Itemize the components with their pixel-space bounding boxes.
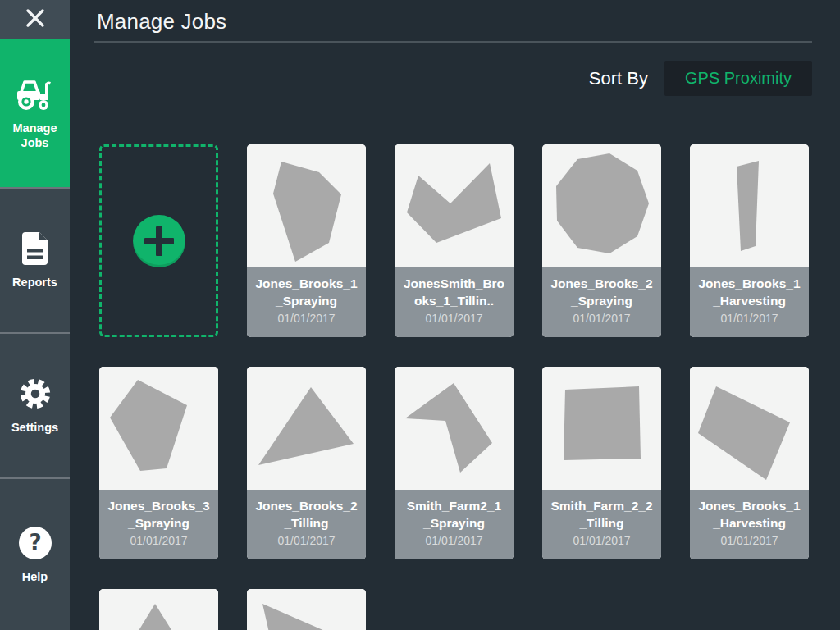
job-name: Jones_Brooks_3 _Spraying: [99, 497, 218, 532]
field-boundary-polygon: [556, 153, 649, 253]
sort-by-label: Sort By: [589, 68, 648, 89]
sidebar-item-label: Help: [19, 569, 51, 584]
job-card-footer: Jones_Brooks_2 _Tilling 01/01/2017: [247, 490, 366, 559]
job-date: 01/01/2017: [247, 312, 366, 325]
sidebar-item-label: Manage Jobs: [0, 121, 70, 150]
job-card[interactable]: Jones_Brooks_3 _Spraying 01/01/2017: [99, 367, 218, 559]
job-date: 01/01/2017: [247, 534, 366, 547]
sidebar-item-label: Settings: [8, 420, 62, 435]
field-boundary-polygon: [262, 604, 366, 630]
sidebar-item-label: Reports: [9, 275, 61, 290]
job-name: Jones_Brooks_1 _Spraying: [247, 275, 366, 309]
job-card[interactable]: Smith_Farm2_1 _Spraying 01/01/2017: [395, 367, 514, 559]
field-boundary-polygon: [110, 380, 187, 471]
job-card[interactable]: [99, 589, 218, 630]
job-name: Jones_Brooks_2 _Spraying: [542, 275, 661, 309]
field-boundary-thumbnail: [247, 367, 366, 490]
sidebar-item-settings[interactable]: Settings: [0, 332, 70, 477]
field-boundary-thumbnail: [690, 367, 809, 490]
field-boundary-thumbnail: [395, 144, 514, 267]
job-card-footer: Smith_Farm2_1 _Spraying 01/01/2017: [395, 490, 514, 559]
job-card-footer: Smith_Farm_2_2 _Tilling 01/01/2017: [542, 490, 661, 559]
title-divider: [94, 41, 812, 43]
job-name: Jones_Brooks_1 _Harvesting: [690, 275, 809, 309]
field-boundary-thumbnail: [247, 144, 366, 267]
field-boundary-thumbnail: [395, 367, 514, 490]
job-date: 01/01/2017: [690, 312, 809, 325]
job-card[interactable]: [247, 589, 366, 630]
jobs-grid: Jones_Brooks_1 _Spraying 01/01/2017 Jone…: [99, 144, 840, 630]
add-icon: [133, 215, 185, 267]
job-card-footer: Jones_Brooks_2 _Spraying 01/01/2017: [542, 267, 661, 337]
field-boundary-polygon: [99, 604, 218, 630]
field-boundary-thumbnail: [542, 367, 661, 490]
field-boundary-thumbnail: [690, 144, 809, 267]
job-card[interactable]: Jones_Brooks_1 _Spraying 01/01/2017: [247, 144, 366, 337]
report-icon: [16, 231, 55, 267]
field-boundary-polygon: [273, 162, 341, 262]
field-boundary-polygon: [407, 163, 501, 243]
job-name: Jones_Brooks_2 _Tilling: [247, 497, 366, 532]
job-name: Smith_Farm2_1 _Spraying: [395, 497, 514, 532]
field-boundary-thumbnail: [247, 589, 366, 630]
sort-mode-dropdown[interactable]: GPS Proximity: [664, 61, 812, 96]
page-title: Manage Jobs: [97, 9, 840, 34]
sidebar: Manage Jobs Reports Settings ?: [0, 0, 70, 630]
job-card[interactable]: Jones_Brooks_2 _Spraying 01/01/2017: [542, 144, 661, 337]
field-boundary-polygon: [564, 386, 641, 460]
job-date: 01/01/2017: [395, 534, 514, 547]
field-boundary-thumbnail: [99, 367, 218, 490]
help-icon: ?: [16, 525, 55, 561]
job-card[interactable]: JonesSmith_Bro oks_1_Tillin.. 01/01/2017: [395, 144, 514, 337]
job-card-footer: Jones_Brooks_1 _Spraying 01/01/2017: [247, 267, 366, 337]
job-card-footer: JonesSmith_Bro oks_1_Tillin.. 01/01/2017: [395, 267, 514, 337]
job-card[interactable]: Jones_Brooks_1 _Harvesting 01/01/2017: [690, 367, 809, 559]
close-icon: [25, 7, 46, 32]
job-name: JonesSmith_Bro oks_1_Tillin..: [395, 275, 514, 309]
sort-row: Sort By GPS Proximity: [70, 61, 812, 96]
field-boundary-polygon: [737, 161, 759, 251]
job-name: Smith_Farm_2_2 _Tilling: [542, 497, 661, 532]
sidebar-item-help[interactable]: ? Help: [0, 477, 70, 630]
job-date: 01/01/2017: [542, 312, 661, 325]
field-boundary-polygon: [258, 387, 354, 465]
field-boundary-thumbnail: [99, 589, 218, 630]
job-card-footer: Jones_Brooks_3 _Spraying 01/01/2017: [99, 490, 218, 559]
add-job-card[interactable]: [99, 144, 218, 337]
gear-icon: [16, 376, 55, 412]
job-name: Jones_Brooks_1 _Harvesting: [690, 497, 809, 532]
sidebar-item-reports[interactable]: Reports: [0, 187, 70, 332]
field-boundary-polygon: [405, 383, 492, 472]
job-date: 01/01/2017: [690, 534, 809, 547]
job-date: 01/01/2017: [99, 534, 218, 547]
close-button[interactable]: [0, 0, 70, 39]
main-content: Manage Jobs Sort By GPS Proximity Jones_…: [70, 0, 840, 630]
job-card[interactable]: Jones_Brooks_2 _Tilling 01/01/2017: [247, 367, 366, 559]
field-boundary-polygon: [698, 386, 790, 480]
svg-text:?: ?: [29, 530, 41, 555]
job-date: 01/01/2017: [395, 312, 514, 325]
job-card-footer: Jones_Brooks_1 _Harvesting 01/01/2017: [690, 490, 809, 559]
tractor-icon: [16, 76, 55, 112]
sidebar-item-manage-jobs[interactable]: Manage Jobs: [0, 39, 70, 187]
field-boundary-thumbnail: [542, 144, 661, 267]
job-date: 01/01/2017: [542, 534, 661, 547]
job-card[interactable]: Jones_Brooks_1 _Harvesting 01/01/2017: [690, 144, 809, 337]
job-card[interactable]: Smith_Farm_2_2 _Tilling 01/01/2017: [542, 367, 661, 559]
job-card-footer: Jones_Brooks_1 _Harvesting 01/01/2017: [690, 267, 809, 337]
